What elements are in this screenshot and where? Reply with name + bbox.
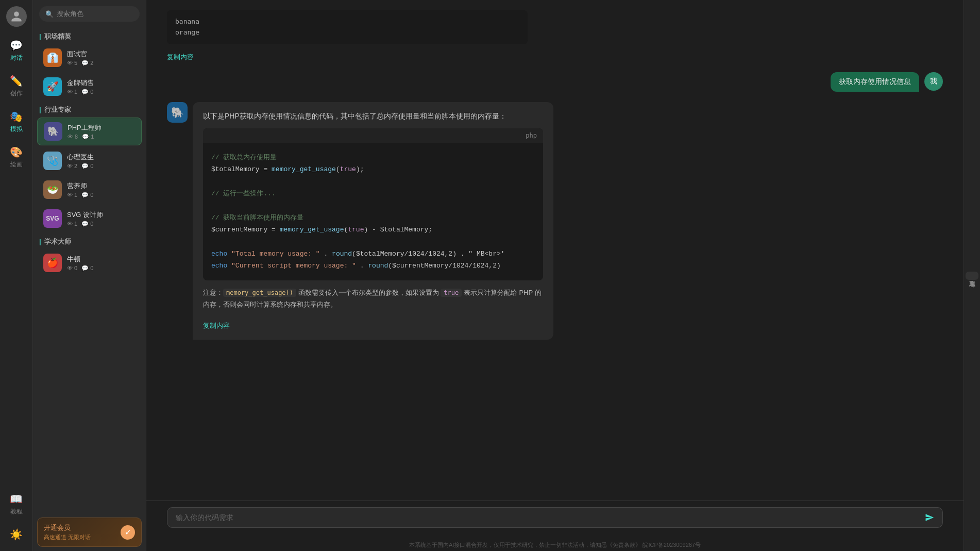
search-icon: 🔍 bbox=[45, 10, 54, 18]
role-avatar-nutritionist: 🥗 bbox=[43, 180, 62, 199]
role-info-sales: 金牌销售 👁 1💬 0 bbox=[67, 78, 136, 95]
membership-info: 开通会员 高速通道 无限对话 bbox=[44, 523, 91, 541]
message-fruit-list: banana orange 复制内容 bbox=[167, 10, 943, 62]
code-line-5 bbox=[211, 199, 535, 211]
nav-label-simulate: 模拟 bbox=[10, 125, 23, 133]
role-name-svg: SVG 设计师 bbox=[67, 210, 136, 220]
draw-icon: 🎨 bbox=[10, 146, 23, 158]
note-inline-code: memory_get_usage() bbox=[223, 289, 296, 297]
role-meta-interviewer: 👁 5💬 2 bbox=[67, 60, 136, 66]
footer: 本系统基于国内AI接口混合开发，仅用于技术研究，禁止一切非法活动，请知悉《免责条… bbox=[146, 538, 964, 551]
bot-intro-text: 以下是PHP获取内存使用情况信息的代码，其中包括了总内存使用量和当前脚本使用的内… bbox=[203, 110, 543, 123]
membership-subtitle: 高速通道 无限对话 bbox=[44, 533, 91, 541]
role-avatar-svg: SVG bbox=[43, 209, 62, 228]
role-php-engineer[interactable]: 🐘 PHP工程师 👁 8💬 1 bbox=[37, 118, 142, 145]
note-text: 注意：memory_get_usage() 函数需要传入一个布尔类型的参数，如果… bbox=[203, 287, 543, 311]
nav-item-theme[interactable]: ☀️ bbox=[2, 524, 31, 545]
chat-icon: 💬 bbox=[10, 39, 23, 52]
message-bot-memory: 🐘 以下是PHP获取内存使用情况信息的代码，其中包括了总内存使用量和当前脚本使用… bbox=[167, 102, 943, 340]
note-body: 函数需要传入一个布尔类型的参数，如果设置为 bbox=[296, 289, 441, 296]
code-line-9: echo "Total memory usage: " . round($tot… bbox=[211, 248, 535, 260]
chat-area: banana orange 复制内容 获取内存使用情况信息 我 🐘 以下是PHP… bbox=[146, 0, 964, 500]
membership-title: 开通会员 bbox=[44, 523, 91, 532]
right-panel: 联系客服 bbox=[964, 0, 980, 551]
code-line-10: echo "Current script memory usage: " . r… bbox=[211, 260, 535, 272]
code-lang-label: php bbox=[203, 128, 543, 143]
role-info-php: PHP工程师 👁 8💬 1 bbox=[67, 123, 135, 140]
simulate-icon: 🎭 bbox=[10, 110, 23, 123]
chat-input[interactable] bbox=[176, 513, 920, 522]
role-avatar-interviewer: 👔 bbox=[43, 48, 62, 67]
user-avatar[interactable] bbox=[6, 6, 27, 27]
role-info-psychologist: 心理医生 👁 2💬 0 bbox=[67, 153, 136, 170]
role-avatar-psychologist: 🩺 bbox=[43, 152, 62, 170]
role-avatar-newton: 🍎 bbox=[43, 254, 62, 272]
code-line-4: // 运行一些操作... bbox=[211, 188, 535, 199]
bot-bubble-memory: 以下是PHP获取内存使用情况信息的代码，其中包括了总内存使用量和当前脚本使用的内… bbox=[193, 102, 553, 340]
nav-label-chat: 对话 bbox=[10, 54, 23, 62]
theme-icon: ☀️ bbox=[10, 528, 23, 541]
role-meta-nutritionist: 👁 1💬 0 bbox=[67, 192, 136, 198]
role-info-interviewer: 面试官 👁 5💬 2 bbox=[67, 49, 136, 66]
sidebar: 🔍 搜索角色 职场精英 👔 面试官 👁 5💬 2 🚀 金牌销售 👁 1💬 0 行… bbox=[33, 0, 146, 551]
role-nutritionist[interactable]: 🥗 营养师 👁 1💬 0 bbox=[37, 176, 142, 203]
nav-item-simulate[interactable]: 🎭 模拟 bbox=[2, 106, 31, 138]
user-bubble: 获取内存使用情况信息 bbox=[831, 72, 919, 92]
membership-banner[interactable]: 开通会员 高速通道 无限对话 ✓ bbox=[37, 517, 142, 547]
role-name-nutritionist: 营养师 bbox=[67, 181, 136, 191]
tutorial-icon: 📖 bbox=[10, 493, 23, 505]
code-line-2: $totalMemory = memory_get_usage(true); bbox=[211, 163, 535, 175]
search-box[interactable]: 🔍 搜索角色 bbox=[39, 6, 140, 22]
code-block: // 获取总内存使用量 $totalMemory = memory_get_us… bbox=[203, 143, 543, 280]
section-academic: 学术大师 bbox=[33, 233, 146, 248]
code-block-container: php // 获取总内存使用量 $totalMemory = memory_ge… bbox=[203, 128, 543, 280]
role-meta-sales: 👁 1💬 0 bbox=[67, 89, 136, 95]
code-line-6: // 获取当前脚本使用的内存量 bbox=[211, 212, 535, 224]
output-box-fruits: banana orange bbox=[167, 10, 528, 44]
send-button[interactable] bbox=[925, 513, 934, 522]
message-user-memory: 获取内存使用情况信息 我 bbox=[167, 72, 943, 92]
role-psychologist[interactable]: 🩺 心理医生 👁 2💬 0 bbox=[37, 147, 142, 174]
code-line-3 bbox=[211, 176, 535, 188]
bot-avatar-php-chat: 🐘 bbox=[167, 102, 188, 123]
role-avatar-php: 🐘 bbox=[44, 122, 62, 141]
code-line-7: $currentMemory = memory_get_usage(true) … bbox=[211, 224, 535, 236]
section-workplace: 职场精英 bbox=[33, 28, 146, 43]
create-icon: ✏️ bbox=[10, 75, 23, 87]
role-meta-psychologist: 👁 2💬 0 bbox=[67, 163, 136, 170]
role-name-psychologist: 心理医生 bbox=[67, 153, 136, 162]
output-line-orange: orange bbox=[175, 27, 519, 38]
role-newton[interactable]: 🍎 牛顿 👁 0💬 0 bbox=[37, 249, 142, 276]
role-interviewer[interactable]: 👔 面试官 👁 5💬 2 bbox=[37, 44, 142, 71]
role-name-sales: 金牌销售 bbox=[67, 78, 136, 88]
avatar-icon bbox=[10, 10, 23, 23]
search-container: 🔍 搜索角色 bbox=[33, 0, 146, 28]
code-line-1: // 获取总内存使用量 bbox=[211, 152, 535, 163]
section-industry: 行业专家 bbox=[33, 101, 146, 116]
nav-item-create[interactable]: ✏️ 创作 bbox=[2, 71, 31, 102]
left-navigation: 💬 对话 ✏️ 创作 🎭 模拟 🎨 绘画 📖 教程 ☀️ bbox=[0, 0, 33, 551]
role-avatar-sales: 🚀 bbox=[43, 77, 62, 96]
role-svg-designer[interactable]: SVG SVG 设计师 👁 1💬 0 bbox=[37, 205, 142, 232]
membership-check-icon: ✓ bbox=[121, 525, 135, 540]
search-placeholder: 搜索角色 bbox=[57, 9, 83, 19]
note-inline-true: true bbox=[441, 289, 462, 297]
input-area bbox=[146, 500, 964, 538]
nav-item-tutorial[interactable]: 📖 教程 bbox=[2, 489, 31, 520]
nav-item-draw[interactable]: 🎨 绘画 bbox=[2, 142, 31, 173]
role-info-nutritionist: 营养师 👁 1💬 0 bbox=[67, 181, 136, 198]
role-sales[interactable]: 🚀 金牌销售 👁 1💬 0 bbox=[37, 73, 142, 100]
copy-button-2[interactable]: 复制内容 bbox=[203, 320, 230, 331]
user-avatar-chat: 我 bbox=[924, 72, 943, 91]
role-meta-php: 👁 8💬 1 bbox=[67, 133, 135, 140]
role-meta-newton: 👁 0💬 0 bbox=[67, 265, 136, 272]
input-box bbox=[167, 507, 943, 528]
role-name-newton: 牛顿 bbox=[67, 255, 136, 264]
send-icon bbox=[925, 513, 934, 522]
customer-service-icon: 联系客服 bbox=[966, 272, 978, 280]
nav-label-create: 创作 bbox=[10, 89, 23, 98]
nav-item-chat[interactable]: 💬 对话 bbox=[2, 35, 31, 66]
role-name-interviewer: 面试官 bbox=[67, 49, 136, 59]
role-info-svg: SVG 设计师 👁 1💬 0 bbox=[67, 210, 136, 227]
copy-button-1[interactable]: 复制内容 bbox=[167, 53, 194, 62]
